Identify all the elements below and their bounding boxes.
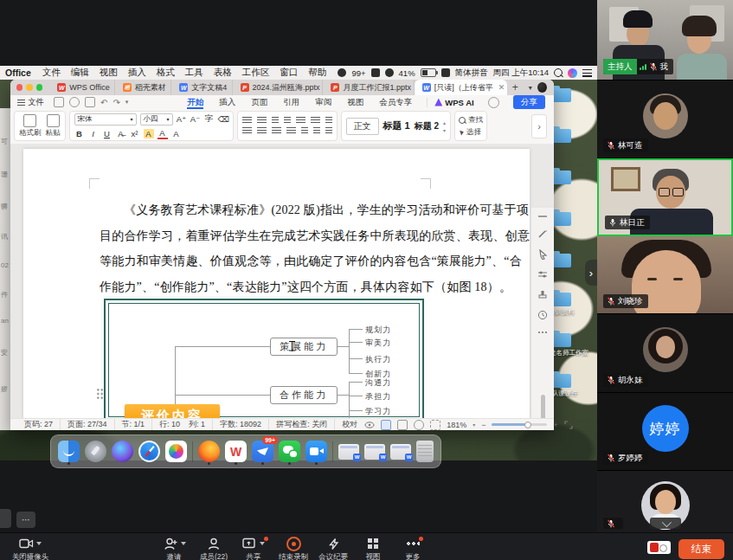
tab-docer[interactable]: 稻壳素材 bbox=[115, 80, 172, 95]
status-spellcheck[interactable]: 拼写检查: 关闭 bbox=[269, 419, 335, 430]
members-button[interactable]: 成员(22) bbox=[194, 533, 234, 560]
participant-tile-host[interactable]: 主持人 我 bbox=[597, 0, 733, 80]
menu-window[interactable]: 窗口 bbox=[274, 67, 303, 79]
menu-insert[interactable]: 插入 bbox=[123, 67, 151, 79]
align-right-icon[interactable] bbox=[272, 127, 281, 135]
camera-toggle-button[interactable]: 关闭摄像头 bbox=[10, 533, 50, 560]
font-color-icon[interactable]: A bbox=[158, 128, 168, 139]
menu-format[interactable]: 格式 bbox=[151, 67, 180, 79]
desktop-folder[interactable] bbox=[551, 212, 571, 226]
pointer-icon[interactable] bbox=[537, 249, 548, 260]
share-button[interactable]: 分享 bbox=[513, 95, 545, 109]
firefox-icon[interactable] bbox=[198, 441, 220, 462]
web-view-icon[interactable] bbox=[414, 420, 424, 430]
cloud-status-icon[interactable] bbox=[338, 68, 346, 77]
font-size-select[interactable]: 小四▾ bbox=[140, 113, 173, 126]
ribbon-tab-page[interactable]: 页面 bbox=[243, 97, 275, 108]
format-painter-button[interactable]: 格式刷 bbox=[19, 114, 42, 138]
more-button[interactable]: 更多 bbox=[393, 533, 433, 560]
meeting-app-icon[interactable] bbox=[305, 441, 327, 462]
app-menu[interactable]: Office bbox=[0, 68, 37, 78]
collapse-panel-chevron-icon[interactable]: › bbox=[585, 260, 597, 286]
desktop-folder[interactable] bbox=[551, 171, 571, 184]
superscript-icon[interactable]: x² bbox=[130, 129, 140, 138]
quick-access-chevron-icon[interactable]: ▾ bbox=[125, 99, 129, 106]
ribbon-tab-reference[interactable]: 引用 bbox=[275, 97, 307, 108]
styles-up-icon[interactable]: ▴ bbox=[443, 119, 446, 126]
ribbon-tab-member[interactable]: 会员专享 bbox=[371, 97, 420, 108]
increase-font-icon[interactable]: A⁺ bbox=[177, 114, 187, 124]
zoom-level[interactable]: 181% bbox=[447, 421, 466, 429]
invite-button[interactable]: 邀请 bbox=[154, 533, 194, 560]
ribbon-tab-insert[interactable]: 插入 bbox=[211, 97, 243, 108]
ribbon-expand-chevron-icon[interactable]: › bbox=[531, 114, 547, 138]
zoom-chevron-icon[interactable]: ▾ bbox=[473, 422, 475, 428]
minimize-window-icon[interactable] bbox=[26, 84, 32, 91]
evaluation-diagram[interactable]: 策展能力 合作能力 规划力 审美力 执行力 创新力 沟通力 承担力 学习力 协调… bbox=[104, 299, 424, 418]
end-meeting-button[interactable]: 结束 bbox=[678, 539, 724, 559]
menu-workspace[interactable]: 工作区 bbox=[237, 67, 275, 79]
text-direction-icon[interactable] bbox=[296, 117, 305, 125]
desktop-folder[interactable] bbox=[551, 88, 571, 102]
redo-icon[interactable]: ↷ bbox=[113, 98, 119, 107]
dingtalk-icon[interactable]: 99+ bbox=[252, 441, 273, 462]
select-button[interactable]: 选择 bbox=[460, 127, 481, 138]
show-marks-icon[interactable] bbox=[325, 117, 332, 125]
style-normal[interactable]: 正文 bbox=[346, 118, 379, 135]
wechat-icon[interactable] bbox=[279, 441, 300, 462]
camera-status-icon[interactable] bbox=[385, 68, 394, 77]
minimized-window-3[interactable] bbox=[390, 444, 411, 460]
font-name-select[interactable]: 宋体▾ bbox=[74, 113, 137, 126]
char-shading-icon[interactable]: A bbox=[171, 129, 182, 138]
close-tab-icon[interactable]: ✕ bbox=[498, 83, 505, 92]
fit-page-icon[interactable] bbox=[430, 420, 440, 430]
menu-edit[interactable]: 编辑 bbox=[66, 67, 94, 79]
account-avatar[interactable] bbox=[537, 82, 547, 93]
adjust-icon[interactable] bbox=[537, 270, 548, 279]
file-menu-button[interactable]: 文件 bbox=[10, 97, 51, 108]
undo-icon[interactable]: ↶ bbox=[100, 98, 107, 107]
tab-pptx-1[interactable]: 2024.温州瓯海.pptx bbox=[233, 80, 324, 95]
text-effects-icon[interactable]: 字 bbox=[204, 113, 215, 125]
control-center-icon[interactable] bbox=[582, 69, 592, 77]
share-screen-button[interactable]: 共享 bbox=[234, 533, 273, 560]
new-tab-icon[interactable]: + bbox=[507, 81, 524, 93]
zoom-in-icon[interactable]: + bbox=[553, 421, 557, 429]
desktop-folder[interactable] bbox=[551, 129, 571, 143]
line-spacing-icon[interactable] bbox=[301, 127, 308, 135]
justify-icon[interactable] bbox=[286, 127, 296, 135]
ribbon-settings-icon[interactable] bbox=[488, 97, 499, 108]
zoom-out-icon[interactable]: − bbox=[481, 421, 485, 429]
minimized-window-1[interactable] bbox=[338, 444, 359, 460]
siri-icon[interactable] bbox=[568, 68, 577, 78]
ribbon-tab-view[interactable]: 视图 bbox=[339, 97, 371, 108]
document-page[interactable]: 《义务教育艺术课程标准》(2022 版)指出，学生的学习活动和评价可基于项 目的… bbox=[23, 149, 530, 418]
page-view-icon[interactable] bbox=[381, 420, 391, 430]
vertical-scrollbar[interactable] bbox=[541, 395, 545, 418]
ribbon-tab-review[interactable]: 审阅 bbox=[307, 97, 339, 108]
participant-tile[interactable]: 林可造 bbox=[597, 80, 733, 158]
bold-icon[interactable]: B bbox=[74, 129, 85, 138]
menu-tools[interactable]: 工具 bbox=[180, 67, 209, 79]
stop-record-button[interactable]: 结束录制 bbox=[273, 533, 313, 560]
menu-table[interactable]: 表格 bbox=[209, 67, 237, 79]
find-button[interactable]: 查找 bbox=[459, 115, 483, 126]
fullscreen-icon[interactable] bbox=[564, 421, 573, 429]
input-method-label[interactable]: 简体拼音 bbox=[455, 68, 488, 79]
align-left-icon[interactable] bbox=[242, 127, 252, 135]
outline-view-icon[interactable] bbox=[397, 420, 408, 430]
siri-dock-icon[interactable] bbox=[112, 441, 133, 462]
safari-icon[interactable] bbox=[138, 441, 160, 462]
spotlight-search-icon[interactable] bbox=[554, 68, 563, 77]
indent-icon[interactable] bbox=[284, 117, 291, 125]
style-heading1[interactable]: 标题 1 bbox=[383, 119, 410, 132]
trash-icon[interactable] bbox=[416, 441, 434, 462]
clear-format-icon[interactable]: ⌫ bbox=[218, 114, 228, 124]
zoom-slider[interactable] bbox=[492, 423, 547, 426]
align-center-icon[interactable] bbox=[257, 127, 267, 135]
drag-handle-icon[interactable] bbox=[96, 388, 104, 400]
wps-dock-icon[interactable] bbox=[225, 441, 247, 462]
participant-tile[interactable]: 胡永妹 bbox=[597, 314, 733, 393]
launchpad-icon[interactable] bbox=[85, 441, 106, 462]
zoom-window-icon[interactable] bbox=[36, 84, 42, 91]
